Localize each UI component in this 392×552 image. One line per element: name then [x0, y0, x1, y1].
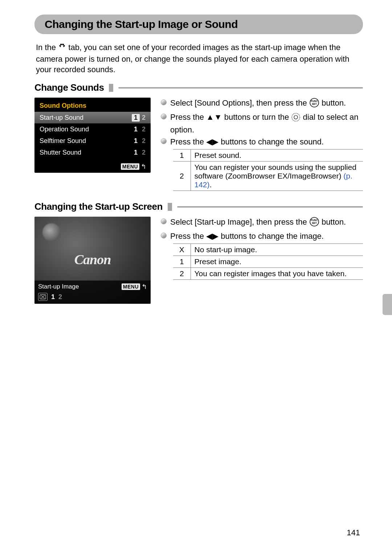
lcd-row-opt1: 1	[132, 126, 140, 133]
intro-text-post: tab, you can set one of your recorded im…	[36, 43, 349, 74]
bullet-icon	[161, 233, 167, 238]
lcd-row-label: Start-up Sound	[40, 114, 132, 122]
svg-point-3	[292, 113, 300, 121]
menu-text: MENU	[121, 163, 139, 170]
lcd-row-opt2: 2	[140, 126, 148, 133]
bullet-text: buttons to change the sound.	[221, 137, 324, 146]
bullet-text: button.	[322, 217, 346, 226]
svg-text:FUNC: FUNC	[311, 219, 318, 221]
lcd-sound-options: Sound Options Start-up Sound 1 2 Operati…	[34, 98, 151, 173]
bullet-2: Press the ◀▶ buttons to change the image…	[161, 231, 363, 241]
svg-text:FUNC: FUNC	[311, 100, 318, 102]
bullet-text: buttons to change the image.	[221, 232, 324, 241]
bullet-text: Select [Sound Options], then press the	[170, 98, 309, 107]
table-value: Preset sound.	[191, 150, 363, 161]
table-value: No start-up image.	[191, 244, 363, 256]
lcd-row-opt2: 2	[140, 149, 148, 156]
table-row: 1 Preset image.	[173, 256, 363, 268]
table-key: 1	[173, 256, 191, 268]
bullet-1: Select [Start-up Image], then press the …	[161, 217, 363, 229]
bullet-text: Select [Start-up Image], then press the	[170, 217, 309, 226]
svg-point-4	[294, 115, 298, 119]
bullet-text: Press the	[170, 137, 206, 146]
lcd-startup-image: Canon Start-up Image MENU ↰ 1	[34, 217, 151, 304]
bullet-text: Press the	[170, 232, 206, 241]
page-number: 141	[347, 528, 360, 537]
table-value: Preset image.	[191, 256, 363, 268]
sound-table: 1 Preset sound. 2 You can register your …	[173, 149, 363, 191]
menu-badge: MENU ↰	[121, 163, 146, 171]
return-icon: ↰	[142, 283, 147, 291]
svg-text:SET: SET	[312, 103, 317, 105]
lcd-row-operation-sound: Operation Sound 1 2	[34, 123, 151, 135]
bullet-icon	[161, 138, 167, 144]
table-row: 2 You can register images that you have …	[173, 268, 363, 280]
table-text: .	[210, 180, 212, 189]
lcd-row-selftimer-sound: Selftimer Sound 1 2	[34, 135, 151, 147]
bullet-icon	[161, 218, 167, 224]
func-set-icon: FUNCSET	[309, 217, 319, 229]
table-text: You can register your sounds using the s…	[195, 163, 356, 180]
bullet-text: Press the	[170, 113, 206, 122]
opt-1: 1	[51, 293, 55, 301]
section1-title: Change Sounds	[34, 82, 104, 93]
bullet-icon	[161, 99, 167, 105]
lcd-label: Start-up Image	[38, 283, 79, 290]
page-title: Changing the Start-up Image or Sound	[45, 18, 353, 30]
table-key: 2	[173, 268, 191, 280]
bullet-1: Select [Sound Options], then press the F…	[161, 98, 363, 110]
section-startup-screen-heading: Changing the Start-up Screen	[34, 201, 363, 212]
opt-2: 2	[58, 293, 62, 301]
table-key: 1	[173, 150, 191, 161]
menu-text: MENU	[122, 283, 140, 290]
svg-text:SET: SET	[312, 222, 317, 224]
func-set-icon: FUNCSET	[309, 98, 319, 110]
lcd-row-label: Selftimer Sound	[40, 137, 132, 145]
section2-title: Changing the Start-up Screen	[34, 201, 163, 212]
table-value: You can register images that you have ta…	[191, 268, 363, 280]
lcd-row-opt2: 2	[140, 137, 148, 145]
opt-x-icon	[38, 293, 48, 301]
lcd-row-opt1: 1	[132, 137, 140, 145]
lcd-row-opt2: 2	[140, 114, 148, 122]
section-change-sounds-heading: Change Sounds	[34, 82, 363, 93]
lcd-row-startup-sound: Start-up Sound 1 2	[34, 112, 151, 123]
moon-graphic	[42, 223, 61, 241]
bullet-text: button.	[322, 98, 346, 107]
table-key: 2	[173, 161, 191, 191]
intro-text-pre: In the	[36, 43, 58, 52]
image-table: X No start-up image. 1 Preset image. 2 Y…	[173, 244, 363, 280]
heading-rule-stub	[109, 84, 113, 92]
lcd-row-shutter-sound: Shutter Sound 1 2	[34, 147, 151, 158]
table-row: X No start-up image.	[173, 244, 363, 256]
lcd-row-label: Operation Sound	[40, 126, 132, 133]
lcd-row-opt1: 1	[132, 114, 140, 122]
table-key: X	[173, 244, 191, 256]
return-icon: ↰	[141, 163, 146, 171]
left-right-icon: ◀▶	[206, 232, 219, 241]
intro-paragraph: In the tab, you can set one of your reco…	[34, 42, 363, 75]
bullet-icon	[161, 114, 167, 119]
lcd-row-opt1: 1	[132, 149, 140, 156]
wrench-icon	[58, 43, 66, 54]
bullet-text: buttons or turn the	[224, 113, 291, 122]
heading-rule	[118, 87, 363, 89]
table-row: 1 Preset sound.	[173, 150, 363, 161]
bullet-2: Press the ▲▼ buttons or turn the dial to…	[161, 112, 363, 135]
side-thumb-tab	[383, 294, 392, 315]
page-title-bar: Changing the Start-up Image or Sound	[34, 15, 363, 34]
bullet-3: Press the ◀▶ buttons to change the sound…	[161, 136, 363, 147]
up-down-icon: ▲▼	[206, 113, 222, 122]
left-right-icon: ◀▶	[206, 137, 219, 146]
dial-icon	[291, 113, 301, 124]
menu-badge: MENU ↰	[122, 283, 147, 291]
table-row: 2 You can register your sounds using the…	[173, 161, 363, 191]
lcd-row-label: Shutter Sound	[40, 149, 132, 156]
lcd-title: Sound Options	[34, 101, 151, 112]
table-value: You can register your sounds using the s…	[191, 161, 363, 191]
canon-logo: Canon	[34, 252, 151, 267]
heading-rule-stub	[168, 203, 172, 211]
heading-rule	[177, 206, 363, 208]
